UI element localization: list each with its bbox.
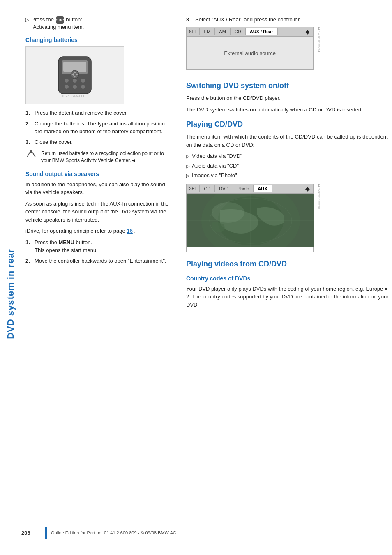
svg-point-8 <box>81 85 85 89</box>
svg-point-5 <box>81 79 85 83</box>
screen-1: SET FM AM CD AUX / Rear ◆ External audio… <box>186 27 314 70</box>
screen-mockup-1: SET FM AM CD AUX / Rear ◆ External audio… <box>186 27 314 75</box>
step-3: 3. Close the cover. <box>25 138 169 146</box>
main-content: ▷ Press the OBC button: Activating menu … <box>21 0 392 555</box>
screen-1-tab-cd: CD <box>231 28 246 35</box>
recycling-text: Return used batteries to a recycling col… <box>41 150 169 164</box>
obc-button-icon: OBC <box>56 16 64 24</box>
screen-2-wrapper: SET CD DVD Photo AUX ◆ <box>186 184 314 252</box>
recycling-icon <box>25 149 38 164</box>
svg-text:00777 USA341 UC: 00777 USA341 UC <box>61 95 85 97</box>
switching-dvd-para2: The DVD system switches on automatically… <box>186 106 392 114</box>
screen-1-tabs: SET FM AM CD AUX / Rear ◆ <box>187 27 313 37</box>
screen-1-set: SET <box>187 28 200 35</box>
press-arrow-icon: ▷ <box>25 17 29 23</box>
changing-batteries-heading: Changing batteries <box>25 37 169 43</box>
sound-steps: 1. Press the MENU button. This opens the… <box>25 238 169 265</box>
sound-output-heading: Sound output via speakers <box>25 171 169 177</box>
page-footer: 206 Online Edition for Part no. 01 41 2 … <box>0 527 392 539</box>
list-item-1: ▷ Video data via "DVD" <box>186 152 392 160</box>
step-1: 1. Press the detent and remove the cover… <box>25 109 169 117</box>
sidebar-label: DVD system in rear <box>0 0 21 555</box>
switching-dvd-para1: Press the button on the CD/DVD player. <box>186 94 392 102</box>
footer-text: Online Edition for Part no. 01 41 2 600 … <box>51 530 176 535</box>
right-column: 3. Select "AUX / Rear" and press the con… <box>178 16 392 555</box>
screen-2-tab-cd: CD <box>200 185 215 192</box>
page-ref-16[interactable]: 16 <box>127 228 132 234</box>
country-codes-para: Your DVD player only plays DVDs with the… <box>186 285 392 309</box>
list-item-2: ▷ Audio data via "CD" <box>186 162 392 170</box>
screen-1-tab-fm: FM <box>200 28 215 35</box>
svg-point-6 <box>65 85 69 89</box>
arrow-icon-3: ▷ <box>186 172 189 180</box>
sidebar-label-text: DVD system in rear <box>5 249 16 339</box>
sound-para-2: As soon as a plug is inserted in the AUX… <box>25 200 169 224</box>
screen-2-set: SET <box>187 185 200 192</box>
list-item-3: ▷ Images via "Photo" <box>186 171 392 180</box>
sound-para-1: In addition to the headphones, you can a… <box>25 180 169 197</box>
recycling-note: Return used batteries to a recycling col… <box>25 150 169 164</box>
screen-2-tabs: SET CD DVD Photo AUX ◆ <box>187 184 313 194</box>
screen-1-body: External audio source <box>187 37 313 69</box>
playing-cd-dvd-list: ▷ Video data via "DVD" ▷ Audio data via … <box>186 152 392 180</box>
playing-cd-dvd-heading: Playing CD/DVD <box>186 120 392 129</box>
press-obc-text: Press the OBC button: Activating menu it… <box>31 16 84 30</box>
playing-cd-dvd-para1: The menu item with which the contents of… <box>186 133 392 149</box>
changing-batteries-steps: 1. Press the detent and remove the cover… <box>25 109 169 146</box>
screen-2-image <box>187 194 314 247</box>
screen-mockup-2: SET CD DVD Photo AUX ◆ <box>186 184 314 252</box>
select-step: 3. Select "AUX / Rear" and press the con… <box>186 16 392 23</box>
screen-2-id: FC5020110028 <box>317 184 321 209</box>
country-codes-heading: Country codes of DVDs <box>186 275 392 282</box>
page-number: 206 <box>0 530 45 536</box>
sound-step-1: 1. Press the MENU button. This opens the… <box>25 238 169 254</box>
arrow-icon-2: ▷ <box>186 163 189 170</box>
sound-para-3: iDrive, for operating principle refer to… <box>25 227 169 235</box>
screen-2-icon: ◆ <box>302 184 313 193</box>
screen-1-tab-am: AM <box>215 28 231 35</box>
screen-2-tab-photo: Photo <box>233 185 254 192</box>
svg-point-24 <box>212 202 244 223</box>
screen-2-tab-aux: AUX <box>254 185 272 192</box>
left-column: ▷ Press the OBC button: Activating menu … <box>21 16 178 555</box>
screen-1-icon: ◆ <box>302 27 313 36</box>
svg-point-3 <box>65 79 69 83</box>
screen-1-id: FC5481810524 <box>317 27 321 52</box>
screen-2-tab-dvd: DVD <box>215 185 233 192</box>
playing-videos-heading: Playing videos from CD/DVD <box>186 260 392 268</box>
switching-dvd-heading: Switching DVD system on/off <box>186 81 392 90</box>
press-obc-note: ▷ Press the OBC button: Activating menu … <box>25 16 169 30</box>
footer-divider <box>45 527 47 539</box>
battery-image: 00777 USA341 UC <box>25 46 124 104</box>
sound-step-2: 2. Move the controller backwards to open… <box>25 257 169 265</box>
svg-point-7 <box>73 85 77 89</box>
arrow-icon-1: ▷ <box>186 153 189 160</box>
step-2: 2. Change the batteries. The type and in… <box>25 120 169 136</box>
screen-1-tab-aux: AUX / Rear <box>246 28 278 35</box>
page-container: DVD system in rear ▷ Press the OBC butto… <box>0 0 392 555</box>
svg-point-4 <box>73 79 77 83</box>
